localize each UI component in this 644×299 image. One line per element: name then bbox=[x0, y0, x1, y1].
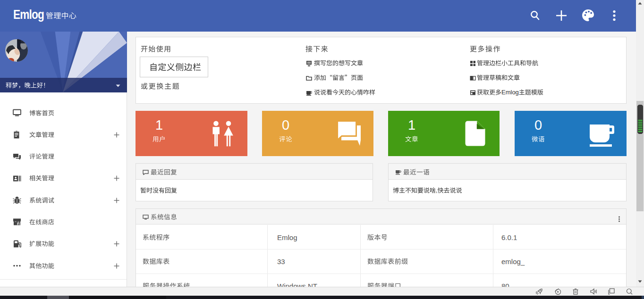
svg-text:emlog_: emlog_ bbox=[501, 258, 525, 266]
svg-text:6.0.1: 6.0.1 bbox=[501, 234, 517, 241]
svg-text:Emlog: Emlog bbox=[501, 89, 519, 96]
svg-text:Emlog: Emlog bbox=[277, 234, 297, 241]
svg-text:,: , bbox=[436, 187, 438, 194]
svg-text:33: 33 bbox=[277, 258, 285, 266]
